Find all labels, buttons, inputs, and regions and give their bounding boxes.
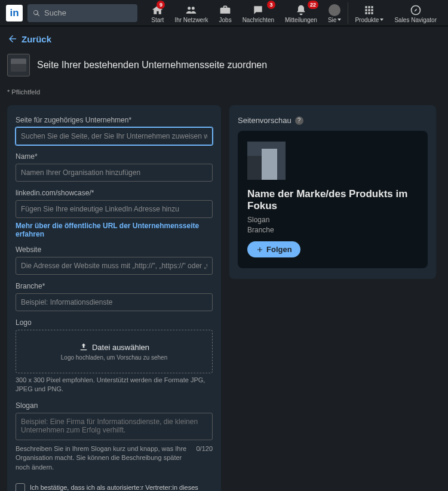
url-label: linkedin.com/showcase/* [16, 189, 213, 197]
name-input[interactable] [16, 164, 213, 182]
plus-icon [256, 246, 264, 254]
chevron-down-icon [337, 19, 341, 21]
bell-icon [295, 4, 307, 16]
arrow-left-icon [7, 33, 18, 44]
name-label: Name* [16, 152, 213, 161]
industry-label: Branche* [16, 282, 213, 290]
badge: 22 [308, 1, 318, 9]
industry-input[interactable] [16, 293, 213, 311]
preview-industry: Branche [247, 226, 418, 234]
url-input[interactable] [16, 200, 213, 218]
nav-home[interactable]: 9 Start [146, 0, 169, 26]
badge: 3 [267, 1, 275, 9]
confirm-checkbox[interactable] [16, 483, 25, 491]
jobs-icon [219, 4, 231, 16]
upload-icon [79, 342, 88, 352]
follow-button[interactable]: Folgen [247, 241, 300, 257]
compass-icon [410, 4, 422, 16]
search-placeholder: Suche [44, 8, 66, 17]
tagline-counter: 0/120 [196, 444, 213, 453]
nav-messaging[interactable]: 3 Nachrichten [237, 0, 280, 26]
preview-card: Name der Marke/des Produkts im Fokus Slo… [238, 131, 428, 268]
page-header: Seite Ihrer bestehenden Unternehmensseit… [7, 54, 441, 76]
tagline-input[interactable] [16, 413, 213, 440]
nav-jobs[interactable]: Jobs [214, 0, 237, 26]
nav-products[interactable]: Produkte [349, 0, 389, 26]
page-title: Seite Ihrer bestehenden Unternehmensseit… [37, 60, 267, 70]
confirm-text: Ich bestätige, dass ich als autorisierte… [30, 483, 213, 491]
showcase-icon [7, 54, 30, 76]
search-icon [32, 9, 41, 17]
search-box[interactable]: Suche [27, 4, 137, 22]
nav-sales-navigator[interactable]: Sales Navigator [389, 0, 442, 26]
logo-label: Logo [16, 318, 213, 327]
preview-panel: Seitenvorschau ? Name der Marke/des Prod… [229, 105, 436, 279]
website-label: Website [16, 246, 213, 254]
preview-tagline: Slogan [247, 216, 418, 224]
badge: 9 [157, 1, 165, 9]
tagline-label: Slogan [16, 401, 213, 410]
website-input[interactable] [16, 257, 213, 275]
divider [348, 2, 348, 24]
preview-title: Name der Marke/des Produkts im Fokus [247, 188, 418, 212]
linkedin-logo[interactable]: in [6, 5, 23, 22]
parent-label: Seite für zugehöriges Unternehmen* [16, 116, 213, 124]
choose-file-button[interactable]: Datei auswählen [22, 342, 206, 352]
nav-notifications[interactable]: 22 Mitteilungen [280, 0, 323, 26]
parent-input[interactable] [16, 127, 213, 145]
top-nav: in Suche 9 Start Ihr Netzwerk Jobs 3 Nac… [0, 0, 448, 26]
logo-hint: 300 x 300 Pixel empfohlen. Unterstützt w… [16, 376, 213, 394]
grid-icon [363, 4, 375, 16]
help-icon[interactable]: ? [295, 116, 303, 125]
dropzone-sub: Logo hochladen, um Vorschau zu sehen [22, 354, 206, 361]
tagline-hint: Beschreiben Sie in Ihrem Slogan kurz und… [16, 444, 191, 472]
messaging-icon [252, 4, 264, 16]
network-icon [185, 4, 197, 16]
url-help-link[interactable]: Mehr über die öffentliche URL der Untern… [16, 222, 213, 238]
nav-me[interactable]: Sie [323, 0, 346, 26]
form-panel: Seite für zugehöriges Unternehmen* Name*… [7, 105, 221, 491]
avatar-icon [329, 4, 340, 16]
nav-network[interactable]: Ihr Netzwerk [169, 0, 213, 26]
preview-logo-placeholder [247, 142, 286, 180]
preview-header: Seitenvorschau [238, 116, 291, 125]
chevron-down-icon [380, 19, 383, 21]
back-link[interactable]: Zurück [7, 33, 441, 44]
logo-dropzone[interactable]: Datei auswählen Logo hochladen, um Vorsc… [16, 330, 213, 373]
required-note: * Pflichtfeld [7, 88, 441, 96]
